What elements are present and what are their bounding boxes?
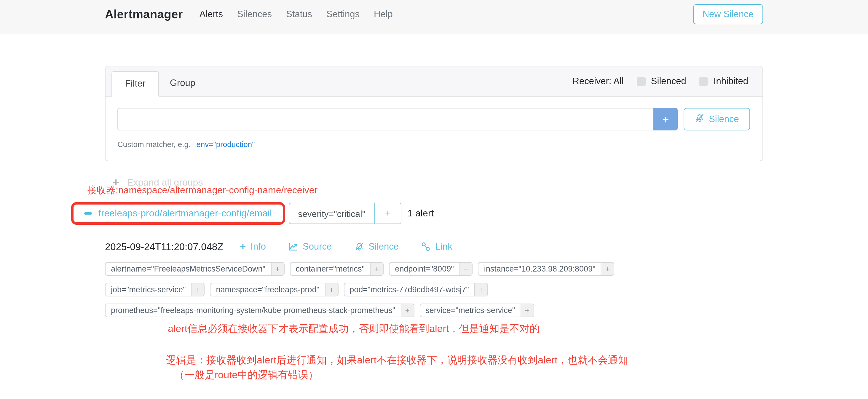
plus-icon: +: [385, 208, 391, 219]
link-link[interactable]: Link: [421, 241, 453, 252]
alert-label-text: endpoint="8009": [390, 263, 459, 275]
annotation-logic-line2: （一般是route中的逻辑有错误）: [166, 368, 763, 382]
silence-button-label: Silence: [709, 114, 739, 124]
info-link[interactable]: + Info: [240, 241, 266, 252]
plus-icon: +: [405, 306, 410, 315]
alert-label-text: prometheus="freeleaps-monitoring-system/…: [105, 304, 401, 316]
alert-label-chip: alertname="FreeleapsMetricsServiceDown" …: [105, 262, 284, 276]
plus-icon: +: [240, 241, 246, 252]
alert-label-chip: endpoint="8009" +: [389, 262, 473, 276]
add-label-filter-button[interactable]: +: [191, 283, 204, 296]
tab-group[interactable]: Group: [159, 71, 206, 96]
alert-label-text: service="metrics-service": [420, 304, 520, 316]
alert-label-chip: prometheus="freeleaps-monitoring-system/…: [105, 304, 414, 317]
new-silence-button[interactable]: New Silence: [693, 4, 763, 24]
link-link-label: Link: [435, 241, 453, 252]
filter-card-body: + Silence: [105, 97, 763, 161]
alert-label-chip: job="metrics-service" +: [105, 283, 205, 297]
alert-count: 1 alert: [407, 208, 434, 219]
alert-group-row: freeleaps-prod/alertmanager-config/email…: [71, 202, 763, 225]
nav-silences[interactable]: Silences: [237, 9, 272, 20]
source-link-label: Source: [303, 241, 332, 252]
alert-label-chip: container="metrics" +: [290, 262, 383, 276]
matcher-example-link[interactable]: env="production": [196, 140, 255, 149]
main-nav: Alerts Silences Status Settings Help: [199, 9, 393, 20]
nav-settings[interactable]: Settings: [327, 9, 360, 20]
filter-card-header: Filter Group Receiver: All Silenced Inhi…: [105, 66, 763, 97]
silence-from-filter-button[interactable]: Silence: [684, 108, 750, 130]
filter-card: Filter Group Receiver: All Silenced Inhi…: [105, 66, 763, 161]
alert-label-chip: namespace="freeleaps-prod" +: [210, 283, 339, 297]
add-label-filter-button[interactable]: +: [324, 283, 338, 296]
silenced-label: Silenced: [651, 76, 686, 87]
inhibited-filter[interactable]: Inhibited: [699, 76, 748, 87]
collapse-minus-icon: [84, 212, 92, 215]
plus-icon: +: [275, 265, 280, 273]
alert-actions: + Info Source: [240, 241, 452, 252]
add-label-filter-button[interactable]: +: [459, 263, 472, 275]
plus-icon: +: [606, 265, 610, 273]
alert-detail: 2025-09-24T11:20:07.048Z + Info: [105, 241, 763, 317]
custom-matcher-hint: Custom matcher, e.g. env="production": [117, 140, 751, 149]
annotation-logic-line1: 逻辑是：接收器收到alert后进行通知，如果alert不在接收器下，说明接收器没…: [166, 353, 763, 368]
annotation-logic-note: 逻辑是：接收器收到alert后进行通知，如果alert不在接收器下，说明接收器没…: [105, 353, 763, 382]
alert-labels: alertname="FreeleapsMetricsServiceDown" …: [105, 262, 763, 317]
alert-label-text: instance="10.233.98.209:8009": [479, 263, 601, 275]
plus-icon: +: [196, 285, 200, 294]
inhibited-label: Inhibited: [714, 76, 748, 87]
plus-icon: +: [479, 285, 483, 294]
inhibited-checkbox[interactable]: [699, 77, 708, 86]
group-receiver-toggle-button[interactable]: freeleaps-prod/alertmanager-config/email: [77, 206, 279, 220]
matcher-input-group: +: [117, 108, 678, 130]
app-brand[interactable]: Alertmanager: [105, 7, 183, 21]
group-matcher-chip: severity="critical" +: [288, 203, 401, 224]
bell-slash-icon: [694, 113, 704, 125]
group-receiver-label: freeleaps-prod/alertmanager-config/email: [98, 208, 272, 219]
group-matcher-label[interactable]: severity="critical": [289, 203, 374, 223]
matcher-input[interactable]: [117, 108, 653, 130]
add-label-filter-button[interactable]: +: [474, 283, 487, 296]
add-matcher-button[interactable]: +: [653, 108, 678, 130]
info-link-label: Info: [250, 241, 266, 252]
custom-matcher-hint-text: Custom matcher, e.g.: [117, 140, 191, 149]
alert-label-text: alertname="FreeleapsMetricsServiceDown": [105, 263, 271, 275]
plus-icon: +: [464, 265, 468, 273]
chart-icon: [288, 242, 298, 251]
silenced-filter[interactable]: Silenced: [637, 76, 686, 87]
nav-status[interactable]: Status: [286, 9, 312, 20]
add-label-filter-button[interactable]: +: [271, 263, 284, 275]
plus-icon: +: [329, 285, 334, 294]
tab-filter[interactable]: Filter: [112, 71, 159, 97]
link-icon: [421, 242, 431, 251]
alert-label-chip: instance="10.233.98.209:8009" +: [478, 262, 615, 276]
main-content: Filter Group Receiver: All Silenced Inhi…: [105, 66, 763, 382]
alert-label-text: container="metrics": [290, 263, 370, 275]
receiver-controls: Receiver: All Silenced Inhibited: [573, 66, 748, 96]
receiver-filter-label[interactable]: Receiver: All: [573, 76, 624, 87]
annotation-highlight-box: freeleaps-prod/alertmanager-config/email: [71, 202, 285, 225]
alert-label-text: namespace="freeleaps-prod": [211, 283, 325, 296]
alert-label-text: pod="metrics-77d9cdb497-wdsj7": [344, 283, 474, 296]
plus-icon: +: [525, 306, 529, 315]
alert-label-chip: service="metrics-service" +: [420, 304, 534, 317]
silenced-checkbox[interactable]: [637, 77, 646, 86]
add-label-filter-button[interactable]: +: [401, 304, 413, 316]
alert-label-text: job="metrics-service": [105, 283, 191, 296]
top-navbar: Alertmanager Alerts Silences Status Sett…: [0, 0, 868, 34]
alert-timestamp: 2025-09-24T11:20:07.048Z: [105, 241, 223, 252]
nav-help[interactable]: Help: [374, 9, 393, 20]
silence-link[interactable]: Silence: [354, 241, 399, 252]
bell-slash-icon: [354, 242, 364, 251]
silence-link-label: Silence: [369, 241, 399, 252]
annotation-alert-note: alert信息必须在接收器下才表示配置成功，否则即使能看到alert，但是通知是…: [105, 322, 763, 336]
plus-icon: +: [375, 265, 379, 273]
add-label-filter-button[interactable]: +: [520, 304, 533, 316]
nav-alerts[interactable]: Alerts: [199, 9, 223, 20]
filter-tabs: Filter Group: [112, 71, 206, 96]
annotation-receiver-note: 接收器:namespace/altermanager-config-name/r…: [87, 184, 763, 197]
source-link[interactable]: Source: [288, 241, 332, 252]
add-label-filter-button[interactable]: +: [370, 263, 383, 275]
add-group-matcher-button[interactable]: +: [374, 203, 401, 223]
alertmanager-app: Alertmanager Alerts Silences Status Sett…: [0, 0, 868, 399]
add-label-filter-button[interactable]: +: [601, 263, 614, 275]
